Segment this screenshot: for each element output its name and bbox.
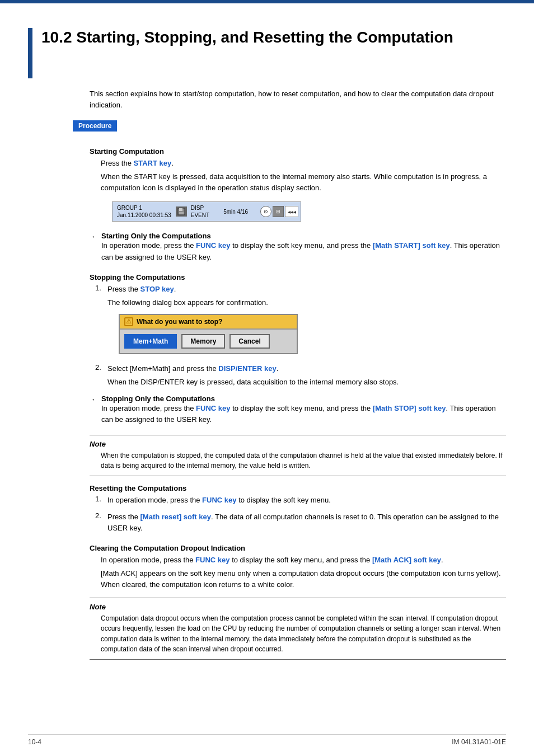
func-key-link-4: FUNC key — [195, 556, 229, 564]
stop-key-link: STOP key — [140, 285, 174, 293]
start-key-link: START key — [134, 159, 172, 167]
bullet-dot: ・ — [90, 232, 97, 242]
starting-only-text: In operation mode, press the FUNC key to… — [101, 240, 506, 262]
resetting-step1: 1. In operation mode, press the FUNC key… — [95, 495, 506, 508]
func-key-link-1: FUNC key — [196, 241, 230, 250]
stopping-list: 1. Press the STOP key. The following dia… — [90, 284, 506, 391]
note-label-1: Note — [90, 440, 506, 448]
func-key-link-2: FUNC key — [196, 404, 230, 412]
mem-math-button[interactable]: Mem+Math — [124, 334, 177, 349]
disp-enter-link: DISP/ENTER key — [218, 364, 276, 373]
doc-id: IM 04L31A01-01E — [452, 738, 506, 746]
stopping-only-text: In operation mode, press the FUNC key to… — [101, 403, 506, 425]
dialog-buttons: Mem+Math Memory Cancel — [120, 329, 297, 353]
page: 10.2 Starting, Stopping, and Resetting t… — [0, 0, 534, 756]
note-text-1: When the computation is stopped, the com… — [90, 450, 506, 471]
stopping-only-bullet: ・ Stopping Only the Computations In oper… — [90, 395, 506, 428]
math-start-link: [Math START] soft key — [373, 241, 450, 250]
step1-period: . — [171, 159, 174, 167]
status-icons-left — [176, 206, 187, 217]
math-stop-link: [Math STOP] soft key — [373, 404, 446, 412]
svg-rect-2 — [179, 212, 184, 214]
compute-icon: ⊞ — [273, 206, 284, 217]
left-accent-bar — [28, 28, 32, 78]
status-display: GROUP 1 Jan.11.2000 00:31:53 DISP EVENT … — [112, 201, 301, 222]
stopping-step2: 2. Select [Mem+Math] and press the DISP/… — [95, 363, 506, 390]
starting-computation-title: Starting Computation — [90, 147, 506, 156]
starting-only-title: Starting Only the Computations — [101, 232, 506, 240]
clearing-content: In operation mode, press the FUNC key to… — [90, 555, 506, 590]
dialog-title: ⚠ What do you want to stop? — [120, 315, 297, 329]
stop-dialog: ⚠ What do you want to stop? Mem+Math Mem… — [119, 314, 298, 354]
section-title: 10.2 Starting, Stopping, and Resetting t… — [41, 28, 453, 47]
note-block-2: Note Computation data dropout occurs whe… — [90, 598, 506, 660]
stopping-step1: 1. Press the STOP key. The following dia… — [95, 284, 506, 360]
status-group: GROUP 1 Jan.11.2000 00:31:53 — [115, 203, 174, 220]
clearing-desc: [Math ACK] appears on the soft key menu … — [101, 568, 506, 590]
starting-description: When the START key is pressed, data acqu… — [101, 171, 506, 194]
resetting-title: Resetting the Computations — [90, 484, 506, 492]
starting-only-bullet: ・ Starting Only the Computations In oper… — [90, 232, 506, 265]
note-text-2: Computation data dropout occurs when the… — [90, 613, 506, 655]
status-icons-right: ⊙ ⊞ ◂◂◂ — [260, 206, 298, 217]
clock-icon: ⊙ — [260, 206, 271, 217]
status-time: 5min 4/16 — [213, 208, 258, 216]
cancel-button[interactable]: Cancel — [229, 334, 269, 349]
stopping-computation-title: Stopping the Computations — [90, 273, 506, 281]
step1-prefix: Press the — [101, 159, 134, 167]
top-border-bar — [0, 0, 534, 3]
step2-desc: When the DISP/ENTER key is pressed, data… — [107, 377, 399, 388]
bullet-dot-2: ・ — [90, 395, 97, 405]
heading-text: 10.2 Starting, Stopping, and Resetting t… — [41, 28, 453, 47]
note-label-2: Note — [90, 603, 506, 611]
note-block-1: Note When the computation is stopped, th… — [90, 435, 506, 476]
warning-icon: ⚠ — [124, 317, 133, 326]
footer: 10-4 IM 04L31A01-01E — [28, 734, 506, 746]
section-heading: 10.2 Starting, Stopping, and Resetting t… — [28, 28, 506, 78]
starting-computation-step1: Press the START key. When the START key … — [90, 158, 506, 227]
status-disp-event: DISP EVENT — [189, 204, 211, 219]
stopping-only-title: Stopping Only the Computations — [101, 395, 506, 403]
resetting-list: 1. In operation mode, press the FUNC key… — [90, 495, 506, 536]
procedure-badge: Procedure — [73, 120, 117, 132]
func-key-link-3: FUNC key — [202, 496, 236, 504]
resetting-step2: 2. Press the [Math reset] soft key. The … — [95, 511, 506, 536]
intro-text: This section explains how to start/stop … — [90, 88, 506, 110]
math-reset-link: [Math reset] soft key — [140, 513, 211, 521]
svg-rect-1 — [179, 208, 182, 211]
clearing-title: Clearing the Computation Dropout Indicat… — [90, 544, 506, 552]
content-area: Starting Computation Press the START key… — [90, 147, 506, 660]
wave-icon: ◂◂◂ — [285, 206, 298, 217]
page-number: 10-4 — [28, 738, 41, 746]
stop-dialog-desc: The following dialog box appears for con… — [107, 297, 298, 308]
floppy-icon — [176, 206, 187, 217]
math-ack-link: [Math ACK] soft key — [372, 556, 441, 564]
memory-button[interactable]: Memory — [181, 334, 225, 349]
